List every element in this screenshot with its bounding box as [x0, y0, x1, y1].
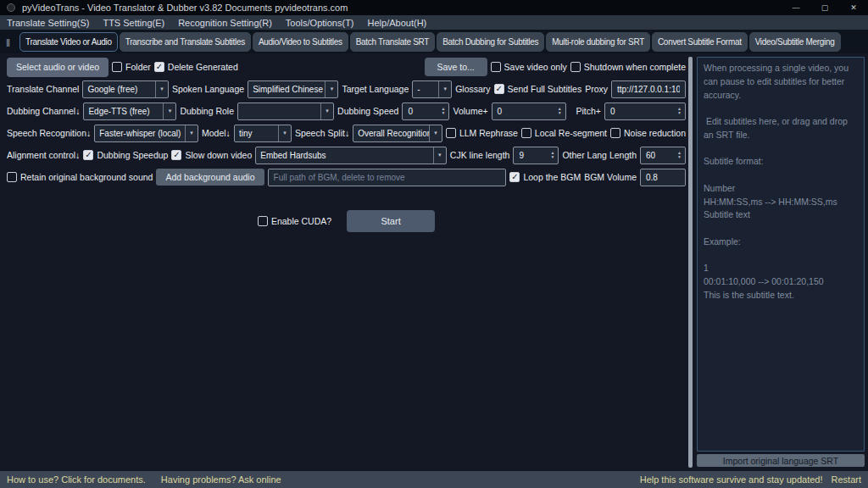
pitch-spinner[interactable]: 0 ▲▼: [604, 103, 686, 120]
tab-bar: ‖ Translate Video or Audio Transcribe an…: [0, 30, 868, 53]
target-language-select[interactable]: - ▾: [412, 80, 452, 98]
slow-down-video-checkbox[interactable]: ✓ Slow down video: [171, 150, 252, 160]
checkbox-checked-icon: ✓: [154, 62, 164, 72]
noise-reduction-label: Noise reduction: [624, 128, 686, 138]
spinner-arrows-icon: ▲▼: [674, 107, 685, 115]
dubbing-speedup-checkbox[interactable]: ✓ Dubbing Speedup: [83, 150, 168, 160]
spinner-arrows-icon: ▲▼: [547, 151, 558, 159]
bgm-path-input[interactable]: [268, 169, 507, 186]
folder-checkbox[interactable]: Folder: [112, 62, 151, 72]
noise-reduction-checkbox[interactable]: Noise reduction: [610, 128, 686, 138]
start-button[interactable]: Start: [347, 210, 435, 232]
checkbox-unchecked-icon: [112, 62, 122, 72]
tab-batch-translate-srt[interactable]: Batch Translate SRT: [350, 32, 435, 52]
tab-batch-dubbing-for-subtitles[interactable]: Batch Dubbing for Subtitles: [437, 32, 544, 52]
menu-tools-options[interactable]: Tools/Options(T): [279, 15, 361, 30]
tab-audio-video-to-subtitles[interactable]: Audio/Video to Subtitles: [253, 32, 348, 52]
bgm-volume-label: BGM Volume: [584, 172, 637, 182]
maximize-button[interactable]: ▢: [810, 0, 839, 15]
folder-checkbox-label: Folder: [125, 62, 151, 72]
add-background-audio-button[interactable]: Add background audio: [156, 169, 264, 186]
speech-recognition-label[interactable]: Speech Recognition↓: [7, 128, 91, 138]
menu-help-about[interactable]: Help/About(H): [361, 15, 434, 30]
dubbing-channel-label[interactable]: Dubbing Channel↓: [7, 106, 80, 116]
tab-video-subtitle-merging[interactable]: Video/Subtitle Merging: [749, 32, 841, 52]
menu-recognition-setting[interactable]: Recognition Setting(R): [171, 15, 279, 30]
import-original-srt-button[interactable]: Import original language SRT: [697, 454, 865, 467]
dubbing-role-select[interactable]: ▾: [237, 103, 334, 120]
dubbing-speedup-label: Dubbing Speedup: [97, 150, 168, 160]
ask-online-link[interactable]: Having problems? Ask online: [161, 474, 281, 485]
docs-link[interactable]: How to use? Click for documents.: [7, 474, 146, 485]
volume-spinner[interactable]: 0 ▲▼: [492, 103, 566, 120]
save-video-only-checkbox[interactable]: Save video only: [491, 62, 567, 72]
spoken-language-label: Spoken Language: [172, 84, 244, 94]
checkbox-unchecked-icon: [570, 62, 581, 72]
status-right-group: Help this software survive and stay upda…: [640, 474, 861, 485]
retain-background-sound-checkbox[interactable]: Retain original background sound: [7, 172, 153, 182]
dubbing-row: Dubbing Channel↓ Edge-TTS (free) ▾ Dubbi…: [7, 102, 686, 120]
save-to-button[interactable]: Save to...: [425, 58, 487, 76]
proxy-label: Proxy: [585, 84, 608, 94]
vertical-scrollbar[interactable]: [688, 57, 693, 468]
other-lang-length-label: Other Lang Length: [562, 150, 637, 160]
other-lang-length-spinner[interactable]: 60 ▲▼: [640, 147, 686, 164]
send-full-subtitles-label: Send Full Subtitles: [508, 84, 582, 94]
cjk-line-length-spinner[interactable]: 9 ▲▼: [513, 147, 559, 164]
chevron-down-icon: ▾: [433, 147, 446, 164]
dubbing-channel-select[interactable]: Edge-TTS (free) ▾: [83, 103, 176, 120]
settings-panel: Select audio or video Folder ✓ Delete Ge…: [0, 53, 688, 471]
recognition-row: Speech Recognition↓ Faster-whisper (loca…: [7, 124, 686, 142]
dubbing-speed-label: Dubbing Speed: [337, 106, 398, 116]
local-resegment-checkbox[interactable]: Local Re-segment: [521, 128, 607, 138]
speech-split-label[interactable]: Speech Split↓: [295, 128, 349, 138]
delete-generated-checkbox[interactable]: ✓ Delete Generated: [154, 62, 238, 72]
window-title: pyVideoTrans - Video Translator & Dubber…: [22, 3, 782, 13]
select-audio-or-video-button[interactable]: Select audio or video: [7, 58, 108, 77]
support-link[interactable]: Help this software survive and stay upda…: [640, 474, 823, 485]
chevron-down-icon: ▾: [438, 81, 451, 97]
checkbox-unchecked-icon: [446, 128, 456, 138]
tab-translate-video-or-audio[interactable]: Translate Video or Audio: [19, 32, 118, 52]
enable-cuda-checkbox[interactable]: Enable CUDA?: [258, 216, 331, 226]
close-button[interactable]: ✕: [839, 0, 868, 15]
subtitle-embed-select[interactable]: Embed Hardsubs ▾: [255, 147, 447, 164]
translate-row: Translate Channel Google (free) ▾ Spoken…: [7, 80, 686, 98]
checkbox-unchecked-icon: [258, 216, 268, 226]
minimize-button[interactable]: —: [782, 0, 810, 15]
alignment-control-label[interactable]: Alignment control↓: [7, 150, 80, 160]
retain-background-sound-label: Retain original background sound: [20, 172, 153, 182]
chevron-down-icon: ▾: [163, 103, 175, 119]
line-length-group: CJK line length 9 ▲▼ Other Lang Length 6…: [450, 147, 686, 164]
speech-split-select[interactable]: Overall Recognition ▾: [353, 125, 442, 142]
loop-bgm-label: Loop the BGM: [523, 172, 581, 182]
save-video-only-label: Save video only: [504, 62, 567, 72]
shutdown-when-complete-checkbox[interactable]: Shutdown when complete: [570, 62, 686, 72]
tab-multi-role-dubbing-for-srt[interactable]: Multi-role dubbing for SRT: [546, 32, 650, 52]
restart-link[interactable]: Restart: [832, 474, 861, 485]
toolbar-drag-handle-icon[interactable]: ‖: [6, 37, 9, 49]
glossary-link[interactable]: Glossary: [455, 84, 490, 94]
dubbing-role-label: Dubbing Role: [180, 106, 234, 116]
model-label[interactable]: Model↓: [202, 128, 231, 138]
tab-transcribe-translate-subtitles[interactable]: Transcribe and Translate Subtitles: [120, 32, 251, 52]
menu-tts-setting[interactable]: TTS Setting(E): [96, 15, 171, 30]
speech-recognition-select[interactable]: Faster-whisper (local) ▾: [94, 125, 198, 142]
send-full-subtitles-checkbox[interactable]: ✓ Send Full Subtitles: [494, 84, 582, 94]
tab-convert-subtitle-format[interactable]: Convert Subtitle Format: [652, 32, 748, 52]
chevron-down-icon: ▾: [320, 103, 333, 119]
loop-bgm-checkbox[interactable]: ✓ Loop the BGM: [509, 172, 581, 182]
model-select[interactable]: tiny ▾: [234, 125, 292, 142]
chevron-down-icon: ▾: [429, 125, 442, 141]
llm-rephrase-checkbox[interactable]: LLM Rephrase: [446, 128, 518, 138]
bgm-volume-input[interactable]: [640, 169, 686, 186]
pitch-group: Pitch+ 0 ▲▼: [576, 103, 686, 120]
proxy-input[interactable]: [611, 80, 686, 98]
spoken-language-select[interactable]: Simplified Chinese ▾: [248, 80, 338, 98]
dubbing-speed-spinner[interactable]: 0 ▲▼: [402, 103, 449, 120]
translate-channel-select[interactable]: Google (free) ▾: [82, 80, 168, 98]
background-audio-row: Retain original background sound Add bac…: [7, 168, 686, 186]
subtitle-panel: When processing a single video, you can …: [694, 53, 868, 471]
menu-translate-setting[interactable]: Translate Setting(S): [0, 15, 96, 30]
subtitle-editor[interactable]: When processing a single video, you can …: [697, 57, 865, 452]
